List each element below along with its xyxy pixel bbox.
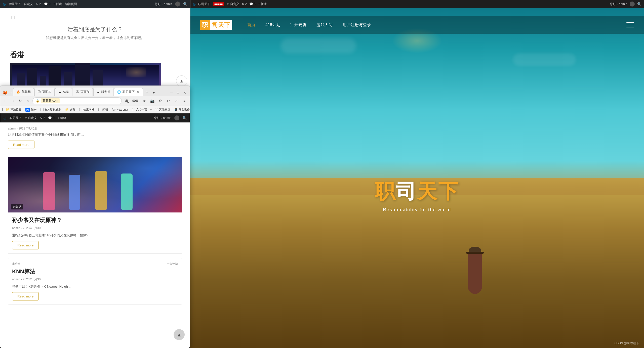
tab-overflow-button[interactable]: ▾ bbox=[151, 90, 157, 96]
bookmark-others[interactable]: 其他书签 bbox=[154, 107, 171, 112]
person-body bbox=[465, 247, 485, 297]
logo-right: 司天下 bbox=[210, 20, 232, 30]
reload-button[interactable]: ↻ bbox=[17, 98, 23, 104]
right-wp-customize[interactable]: ✏ 自定义 bbox=[227, 2, 239, 6]
forward-button[interactable]: → bbox=[10, 98, 16, 104]
tab-page1[interactable]: ⓘ 页面加 bbox=[34, 88, 55, 96]
knn-post-card: 未分类 一条评论 KNN算法 admin · 2023年8月30日 当然可以！K… bbox=[8, 258, 182, 305]
wp-search-icon[interactable]: 🔍 bbox=[183, 2, 187, 6]
left-wp-admin-bar: ⊕ 职司天下 自定义 ↻ 2 💬 0 + 新建 编辑页面 您好，admin 🔍 bbox=[0, 0, 190, 8]
right-wp-avatar bbox=[630, 2, 635, 7]
address-input[interactable]: 🔒 某某某.com bbox=[32, 97, 122, 104]
maximize-button[interactable]: □ bbox=[175, 90, 181, 96]
bookmark-suanfa[interactable]: 📁 算法竞赛 bbox=[5, 107, 22, 112]
bookmark-label: 课程 bbox=[70, 108, 75, 111]
cloud-1 bbox=[281, 38, 356, 53]
bookmarks-overflow[interactable]: » bbox=[150, 108, 152, 111]
bookmark-media[interactable]: 图片影视资源 bbox=[39, 107, 62, 112]
tab-close-button[interactable]: ✕ bbox=[136, 90, 140, 94]
wp-new-browser[interactable]: + 新建 bbox=[57, 116, 66, 120]
site-logo[interactable]: 职 司天下 bbox=[200, 20, 232, 30]
bookmark-icon: 知 bbox=[25, 108, 30, 112]
back-button[interactable]: ← bbox=[2, 98, 8, 104]
wp-edit[interactable]: 编辑页面 bbox=[65, 2, 77, 6]
nav-game[interactable]: 游戏人间 bbox=[316, 22, 333, 28]
scroll-up-button-browser[interactable]: ▲ bbox=[174, 329, 185, 340]
bookmark-wenxin[interactable]: 文心一言 bbox=[131, 107, 148, 112]
right-wp-search[interactable]: 🔍 bbox=[637, 2, 641, 6]
right-wp-site[interactable]: 职司天下 bbox=[198, 2, 210, 6]
bookmark-email[interactable]: 邮箱 bbox=[97, 107, 109, 112]
bookmark-label: New chat bbox=[116, 108, 128, 111]
page-divider bbox=[190, 0, 190, 85]
menu-button[interactable]: ≡ bbox=[181, 98, 188, 104]
nav-cloud[interactable]: 冲开云霄 bbox=[290, 22, 306, 28]
knn-category: 未分类 bbox=[12, 262, 20, 266]
nav-register[interactable]: 用户注册与登录 bbox=[343, 22, 371, 28]
nav-416[interactable]: 416计划 bbox=[265, 22, 280, 28]
browser-page-content: admin · 2023年9月1日 14点到23点时间还剩下五个小时能利用的时间… bbox=[0, 122, 190, 348]
hamburger-menu[interactable] bbox=[626, 22, 634, 27]
knn-post-title: KNN算法 bbox=[12, 268, 178, 275]
bookmark-label: 其他书签 bbox=[159, 108, 170, 111]
close-window-button[interactable]: ✕ bbox=[182, 90, 188, 96]
wp-customize[interactable]: 自定义 bbox=[24, 2, 33, 6]
back-forward-icon[interactable]: ↩ bbox=[165, 98, 172, 104]
wp-site-browser[interactable]: 职司天下 bbox=[10, 116, 22, 120]
featured-category-badge: 未分类 bbox=[11, 204, 23, 209]
bookmark-checkbox bbox=[155, 108, 158, 111]
tab-overview[interactable]: ☁ 总览 bbox=[55, 88, 72, 96]
bookmark-checkbox bbox=[98, 108, 101, 111]
zoom-display: 90% bbox=[131, 99, 139, 103]
tab-icon: ⓘ bbox=[76, 90, 79, 94]
first-read-more-button[interactable]: Read more bbox=[8, 141, 34, 149]
wp-updates[interactable]: ↻ 2 bbox=[36, 2, 41, 6]
tab-label: 职司天下 bbox=[123, 90, 135, 94]
screenshot-icon[interactable]: 📷 bbox=[149, 98, 155, 104]
wp-search-browser[interactable]: 🔍 bbox=[182, 116, 187, 120]
tab-zhisi[interactable]: 🌐 职司天下 ✕ bbox=[114, 88, 143, 96]
firefox-icon: 🦊 bbox=[2, 90, 8, 96]
knn-date: 2023年8月30日 bbox=[23, 278, 44, 281]
wp-comments[interactable]: 💬 0 bbox=[44, 2, 50, 6]
extension-icon-1[interactable]: 🔌 bbox=[123, 98, 130, 104]
tab-bumiao[interactable]: 🔥 部鼠标 bbox=[13, 88, 34, 96]
browser-tab-bar: 🦊 ‹ 🔥 部鼠标 ⓘ 页面加 ☁ 总览 ⓘ 页面加 ☁ 服务扫 🌐 职司天下 … bbox=[0, 86, 190, 96]
wp-site-name[interactable]: 职司天下 bbox=[9, 2, 21, 6]
share-icon[interactable]: ↗ bbox=[173, 98, 180, 104]
home-button[interactable]: ⌂ bbox=[25, 98, 31, 104]
new-tab-button[interactable]: + bbox=[143, 89, 150, 96]
bookmark-star-icon[interactable]: ★ bbox=[141, 98, 147, 104]
wp-updates-browser[interactable]: ↻ 2 bbox=[40, 116, 45, 120]
tab-icon: 🔥 bbox=[16, 90, 20, 94]
csdn-watermark: CSDN @司职在下 bbox=[614, 341, 639, 345]
right-wp-updates[interactable]: ↻ 2 bbox=[242, 2, 247, 6]
title-si: 司 bbox=[396, 180, 417, 202]
tab-service[interactable]: ☁ 服务扫 bbox=[93, 88, 113, 96]
wp-new[interactable]: + 新建 bbox=[53, 2, 62, 6]
bookmark-mobile[interactable]: 📱 移动设备上的书签 bbox=[173, 107, 190, 112]
bookmarks-bar: 📁 算法竞赛 知 知乎 图片影视资源 📁 课程 检索网站 邮箱 💬 New ch… bbox=[0, 106, 190, 113]
wp-comments-browser[interactable]: 💬 0 bbox=[48, 116, 54, 120]
hk-title: 香港 bbox=[10, 50, 180, 60]
bookmark-search[interactable]: 检索网站 bbox=[78, 107, 95, 112]
wp-customize-browser[interactable]: ✏ 自定义 bbox=[25, 116, 37, 120]
scroll-up-button-left[interactable]: ▲ bbox=[176, 75, 187, 86]
bookmark-course[interactable]: 📁 课程 bbox=[64, 107, 76, 112]
tab-page2[interactable]: ⓘ 页面加 bbox=[73, 88, 93, 96]
first-post-partial: admin · 2023年9月1日 14点到23点时间还剩下五个小时能利用的时间… bbox=[0, 122, 190, 149]
bookmark-newchat[interactable]: 💬 New chat bbox=[111, 107, 129, 112]
featured-read-more-button[interactable]: Read more bbox=[12, 241, 39, 249]
first-post-meta: admin · 2023年9月1日 bbox=[8, 126, 182, 131]
person-silhouette bbox=[465, 247, 485, 297]
right-wp-new[interactable]: + 新建 bbox=[258, 2, 267, 6]
extension-icon-2[interactable]: ⚙ bbox=[157, 98, 164, 104]
hamburger-line-3 bbox=[626, 27, 634, 27]
knn-read-more-button[interactable]: Read more bbox=[12, 292, 39, 300]
bookmark-zhihu[interactable]: 知 知乎 bbox=[24, 107, 37, 112]
minimize-button[interactable]: ─ bbox=[169, 90, 175, 96]
tab-scroll-left[interactable]: ‹ bbox=[9, 90, 13, 96]
featured-post-date-sep: · bbox=[21, 226, 23, 230]
right-wp-comments[interactable]: 💬 0 bbox=[249, 2, 256, 6]
nav-home[interactable]: 首页 bbox=[247, 22, 255, 28]
